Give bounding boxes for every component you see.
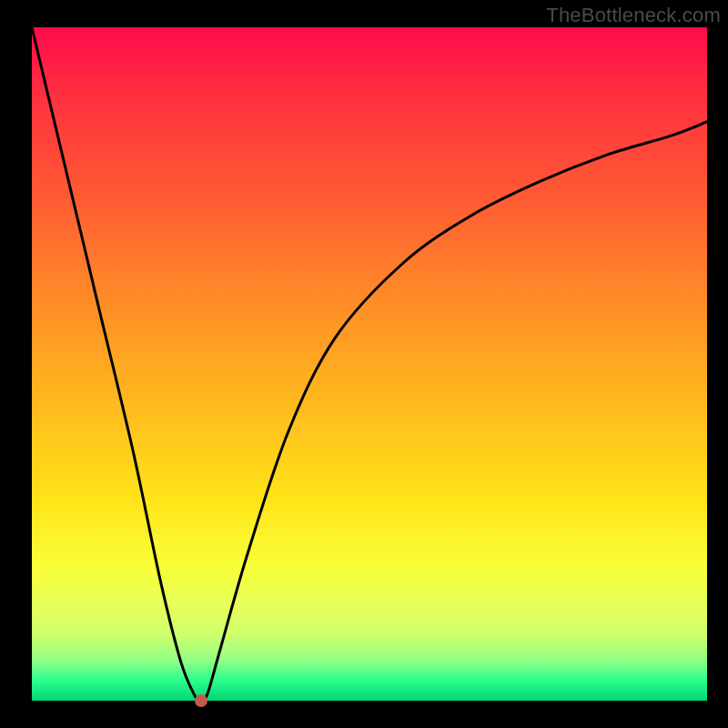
bottleneck-curve <box>32 27 707 701</box>
minimum-marker-icon <box>195 694 207 707</box>
plot-area <box>32 27 707 701</box>
watermark-text: TheBottleneck.com <box>546 4 721 27</box>
chart-frame: TheBottleneck.com <box>0 0 728 728</box>
